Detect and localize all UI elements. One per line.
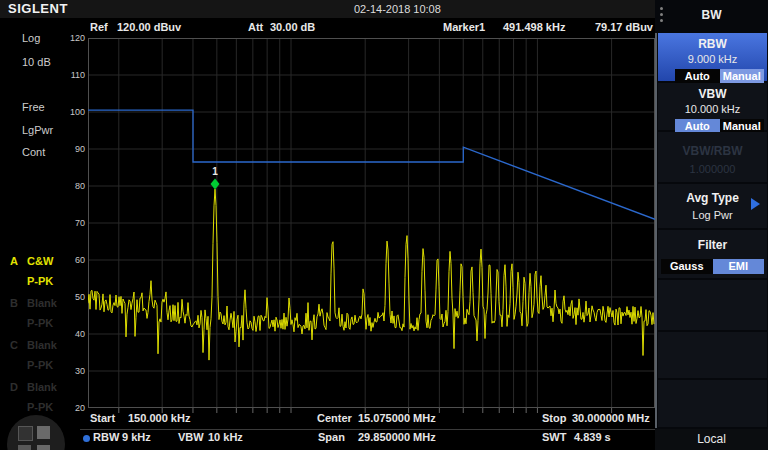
y-axis-tick-label: 40 <box>58 329 85 339</box>
footer-divider <box>80 429 655 430</box>
grid-icon-square <box>18 445 31 450</box>
rbw-auto-option[interactable]: Auto <box>675 69 720 84</box>
trace-mode: Blank <box>27 297 57 309</box>
y-axis-tick-label: 120 <box>58 33 85 43</box>
attenuation-label: Att <box>248 21 263 33</box>
limit-line <box>88 110 655 219</box>
trace-detector: P-PK <box>27 317 53 329</box>
grid-icon-square <box>37 426 50 439</box>
filter-gauss-option[interactable]: Gauss <box>661 259 713 274</box>
trace-indicator-b: B Blank P-PK <box>0 297 70 333</box>
softkey-empty-1 <box>658 280 767 330</box>
rbw-label: RBW <box>658 37 767 51</box>
trace-mode: Blank <box>27 339 57 351</box>
rbw-manual-option[interactable]: Manual <box>720 69 765 84</box>
marker-readout-label: Marker1 <box>443 21 485 33</box>
trace-detector: P-PK <box>27 359 53 371</box>
trace-id: C <box>10 339 18 351</box>
local-button[interactable]: Local <box>655 429 768 450</box>
vbw-status-label: VBW <box>178 431 204 443</box>
rbw-value: 9.000 kHz <box>658 53 767 65</box>
y-axis-tick-label: 100 <box>58 107 85 117</box>
trace-id: D <box>10 381 18 393</box>
marker-diamond[interactable] <box>211 179 220 190</box>
trace-detector: P-PK <box>27 275 53 287</box>
datetime-display: 02-14-2018 10:08 <box>354 3 441 15</box>
softkey-panel: BW RBW 9.000 kHz Auto Manual VBW 10.000 … <box>655 0 768 450</box>
avg-type-value: Log Pwr <box>658 209 767 221</box>
softkey-filter[interactable]: Filter Gauss EMI <box>658 230 767 278</box>
sweep-mode: Cont <box>22 146 45 158</box>
filter-label: Filter <box>658 238 767 252</box>
sweep-time-label: SWT <box>542 431 566 443</box>
sweep-time-value: 4.839 s <box>574 431 611 443</box>
vbw-label: VBW <box>658 87 767 101</box>
stop-freq-value: 30.000000 MHz <box>572 412 650 424</box>
span-value: 29.850000 MHz <box>358 431 436 443</box>
top-bar: SIGLENT 02-14-2018 10:08 <box>0 0 655 18</box>
softkey-vbw-rbw-ratio[interactable]: VBW/RBW 1.000000 <box>658 132 767 182</box>
softkey-vbw[interactable]: VBW 10.000 kHz Auto Manual <box>658 83 767 130</box>
center-freq-label: Center <box>317 412 352 424</box>
menu-title: BW <box>655 0 768 30</box>
span-label: Span <box>318 431 345 443</box>
spectrum-svg: 1 <box>88 38 655 414</box>
y-axis-tick-label: 110 <box>58 70 85 80</box>
trace-id: A <box>10 255 18 267</box>
spectrum-display: 1 <box>88 38 655 413</box>
rbw-status-dot <box>83 435 90 442</box>
submenu-arrow-icon <box>751 198 760 210</box>
marker-readout-frequency: 491.498 kHz <box>503 21 565 33</box>
brand-logo: SIGLENT <box>8 1 68 16</box>
filter-emi-option[interactable]: EMI <box>713 259 765 274</box>
vbw-rbw-label: VBW/RBW <box>658 144 767 158</box>
y-axis-tick-label: 50 <box>58 292 85 302</box>
vbw-value: 10.000 kHz <box>658 103 767 115</box>
ref-level-label: Ref <box>90 21 108 33</box>
grid-icon-square <box>18 426 33 441</box>
attenuation-value: 30.00 dB <box>270 21 315 33</box>
panel-edge-line <box>655 33 657 428</box>
y-axis-tick-label: 90 <box>58 144 85 154</box>
spectrum-analyzer-screen: SIGLENT 02-14-2018 10:08 Ref 120.00 dBuv… <box>0 0 768 450</box>
average-mode: LgPwr <box>22 124 53 136</box>
softkey-rbw[interactable]: RBW 9.000 kHz Auto Manual <box>658 33 767 81</box>
softkey-empty-3 <box>658 380 767 427</box>
trace-mode: Blank <box>27 381 57 393</box>
rbw-status-label: RBW <box>93 431 119 443</box>
y-axis-tick-label: 30 <box>58 366 85 376</box>
y-axis-tick-label: 20 <box>58 403 85 413</box>
trace-detector: P-PK <box>27 401 53 413</box>
trace-id: B <box>10 297 18 309</box>
marker-readout-amplitude: 79.17 dBuv <box>595 21 653 33</box>
grid-widget-icon[interactable] <box>7 415 65 450</box>
grid-icon-square <box>37 445 50 450</box>
y-axis-tick-label: 60 <box>58 255 85 265</box>
ref-level-value: 120.00 dBuv <box>117 21 181 33</box>
trigger-mode: Free <box>22 101 45 113</box>
stop-freq-label: Stop <box>542 412 566 424</box>
center-freq-value: 15.075000 MHz <box>358 412 436 424</box>
amplitude-scale-type: Log <box>22 32 40 44</box>
softkey-empty-2 <box>658 332 767 378</box>
start-freq-label: Start <box>90 412 115 424</box>
y-axis-tick-label: 80 <box>58 181 85 191</box>
y-axis-tick-label: 70 <box>58 218 85 228</box>
vbw-status-value: 10 kHz <box>208 431 243 443</box>
start-freq-value: 150.000 kHz <box>128 412 190 424</box>
amplitude-scale-per-div: 10 dB <box>22 56 51 68</box>
trace-mode: C&W <box>27 255 53 267</box>
vbw-rbw-value: 1.000000 <box>658 163 767 175</box>
marker-number-label: 1 <box>212 166 218 177</box>
softkey-avg-type[interactable]: Avg Type Log Pwr <box>658 184 767 228</box>
rbw-status-value: 9 kHz <box>122 431 151 443</box>
